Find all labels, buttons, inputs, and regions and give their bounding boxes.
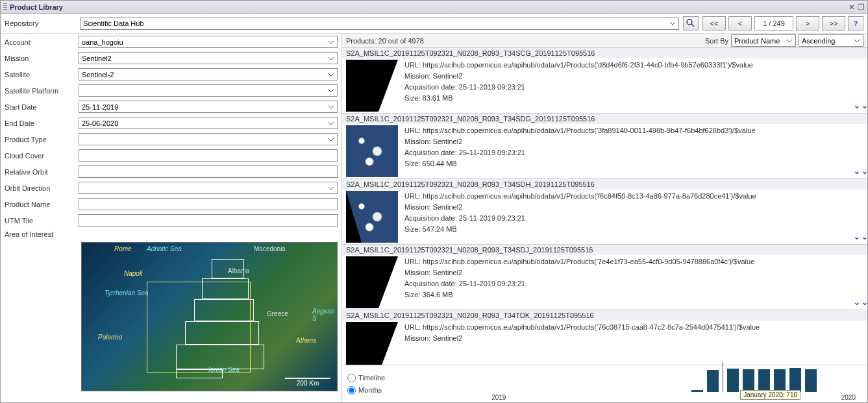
product-name: S2A_MSIL1C_20191125T092321_N0208_R093_T3… [342,179,867,189]
timeline-year-2020: 2020 [841,394,856,401]
product-url: URL: https://scihub.copernicus.eu/apihub… [404,191,852,202]
product-url: URL: https://scihub.copernicus.eu/apihub… [404,322,852,333]
sort-field-select[interactable]: Product Name [731,34,796,47]
satellite-label: Satellite [5,71,76,79]
help-icon: ? [854,19,858,27]
product-name-label: Product Name [5,201,76,208]
page-indicator[interactable]: 1 / 249 [754,16,793,31]
product-item[interactable]: S2A_MSIL1C_20191125T092321_N0208_R093_T3… [342,114,867,179]
map-country-macedonia: Macedonia [254,245,286,252]
results-panel: Products: 20 out of 4978 Sort By Product… [342,34,867,402]
map-sea-aegean: Aegean S [312,308,337,322]
product-type-label: Product Type [5,136,76,143]
utm-tile-label: UTM Tile [5,217,76,225]
end-date-label: End Date [5,119,76,127]
product-date: Acquisition date: 25-11-2019 09:23:21 [404,278,852,289]
repository-select[interactable]: Scientific Data Hub [80,18,679,30]
timeline-bar[interactable] [743,369,754,392]
repository-label: Repository [5,19,76,27]
expand-icon[interactable]: ⌄⌄ [854,124,867,178]
product-list[interactable]: S2A_MSIL1C_20191125T092321_N0208_R093_T3… [342,48,867,365]
product-info: URL: https://scihub.copernicus.eu/apihub… [402,189,854,244]
product-mission: Mission: Sentinel2 [404,267,852,278]
drag-handle-icon[interactable] [3,3,7,11]
product-thumbnail [346,125,398,177]
timeline-bar[interactable] [789,368,801,392]
product-mission: Mission: Sentinel2 [404,333,852,344]
timeline-bar[interactable] [691,390,703,392]
last-page-button[interactable]: >> [822,16,845,31]
close-icon[interactable]: ✕ [849,3,855,12]
expand-icon[interactable]: ⌄⌄ [854,321,867,365]
svg-point-0 [687,19,692,25]
utm-tile-input[interactable] [79,214,338,226]
help-button[interactable]: ? [848,16,863,31]
product-item[interactable]: S2A_MSIL1C_20191125T092321_N0208_R093_T3… [342,310,867,365]
product-date: Acquisition date: 25-11-2019 09:23:21 [404,82,852,93]
expand-icon[interactable]: ⌄⌄ [854,189,867,244]
product-info: URL: https://scihub.copernicus.eu/apihub… [402,58,854,113]
product-info: URL: https://scihub.copernicus.eu/apihub… [402,255,854,310]
sort-by-label: Sort By [705,37,728,45]
first-page-button[interactable]: << [702,16,726,31]
products-count: Products: 20 out of 4978 [346,37,705,45]
end-date-field[interactable]: 25-06-2020 [79,117,338,129]
platform-label: Satellite Platform [5,87,76,95]
product-thumbnail [346,191,398,243]
relative-orbit-label: Relative Orbit [5,168,76,176]
account-select[interactable]: oana_hogoiu [79,36,338,48]
sort-direction-select[interactable]: Ascending [799,34,863,47]
product-size: Size: 650.44 MB [404,158,852,169]
timeline-bar[interactable] [774,369,786,392]
product-library-window: Product Library ✕ ❐ Repository Scientifi… [0,0,868,403]
map-footprint-tiles [189,259,267,379]
product-url: URL: https://scihub.copernicus.eu/apihub… [404,125,852,136]
aoi-map[interactable]: Rome Adriatic Sea Macedonia Napoli Alban… [81,242,338,391]
product-name: S2A_MSIL1C_20191125T092321_N0208_R093_T3… [342,114,867,124]
product-item[interactable]: S2A_MSIL1C_20191125T092321_N0208_R093_T3… [342,245,867,310]
mission-select[interactable]: Sentinel2 [79,52,338,64]
timeline-radio-timeline[interactable]: Timeline [347,374,385,382]
product-size: Size: 547.24 MB [404,224,852,235]
product-size: Size: 364.6 MB [404,289,852,300]
product-item[interactable]: S2A_MSIL1C_20191125T092321_N0208_R093_T3… [342,48,867,114]
cloud-cover-input[interactable] [79,149,338,162]
timeline-radio-months[interactable]: Months [347,386,385,395]
timeline-bar[interactable] [805,369,817,392]
relative-orbit-input[interactable] [79,165,338,178]
product-url: URL: https://scihub.copernicus.eu/apihub… [404,256,852,267]
next-page-button[interactable]: > [796,16,819,31]
timeline-bar[interactable] [758,369,770,392]
search-icon [686,19,695,28]
search-form-panel: Accountoana_hogoiu MissionSentinel2 Sate… [1,34,342,402]
product-url: URL: https://scihub.copernicus.eu/apihub… [404,60,852,71]
restore-icon[interactable]: ❐ [858,3,865,12]
start-date-field[interactable]: 25-11-2019 [79,101,338,113]
map-city-napoli: Napoli [124,270,142,277]
product-date: Acquisition date: 25-11-2019 09:23:21 [404,147,852,158]
timeline-chart[interactable]: 2019 2020 January 2020: 710 [394,369,862,400]
product-name: S2A_MSIL1C_20191125T092321_N0208_R093_T3… [342,310,867,321]
product-info: URL: https://scihub.copernicus.eu/apihub… [402,124,854,178]
window-title: Product Library [10,3,849,11]
product-item[interactable]: S2A_MSIL1C_20191125T092321_N0208_R093_T3… [342,179,867,245]
product-type-select[interactable] [79,133,338,145]
timeline-bar[interactable] [727,369,739,392]
product-mission: Mission: Sentinel2 [404,202,852,213]
titlebar[interactable]: Product Library ✕ ❐ [1,1,867,14]
map-city-palermo: Palermo [98,334,122,341]
timeline-bar[interactable] [707,370,719,392]
platform-select[interactable] [79,84,338,97]
expand-icon[interactable]: ⌄⌄ [854,58,867,113]
prev-page-button[interactable]: < [728,16,752,31]
map-city-rome: Rome [114,245,132,252]
satellite-select[interactable]: Sentinel-2 [79,68,338,80]
product-name-input[interactable] [79,198,338,210]
orbit-direction-label: Orbit Direction [5,184,76,192]
product-thumbnail [346,322,398,365]
map-country-greece: Greece [267,310,288,317]
mission-label: Mission [5,55,76,62]
expand-icon[interactable]: ⌄⌄ [854,255,867,310]
search-button[interactable] [683,16,699,31]
orbit-direction-select[interactable] [79,182,338,194]
